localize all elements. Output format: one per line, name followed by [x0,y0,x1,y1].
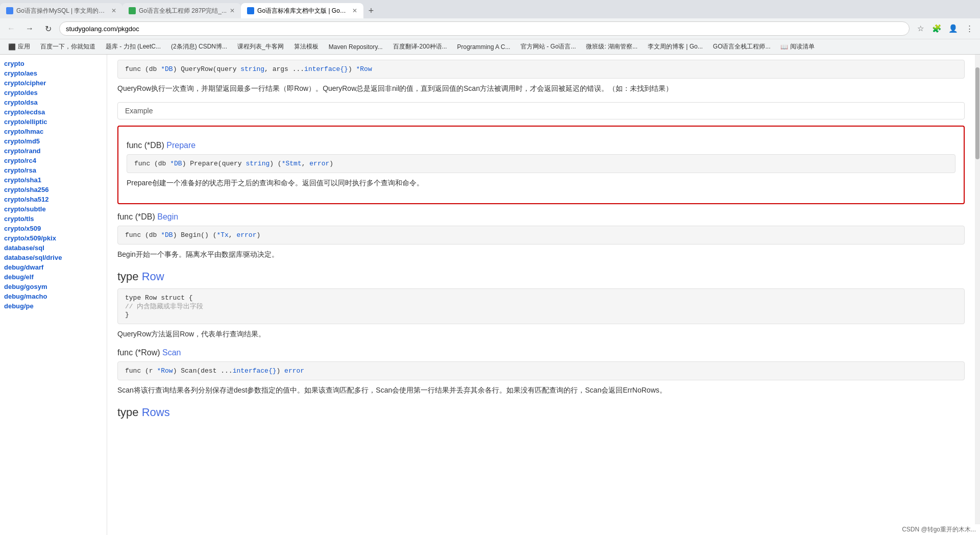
sidebar-item-database-sql[interactable]: database/sql [0,243,107,253]
queryrow-sig-block: func (db *DB) QueryRow(query string, arg… [117,60,965,79]
bookmark-niuke[interactable]: 课程列表_牛客网 [233,41,288,53]
sidebar-item-crypto-elliptic[interactable]: crypto/elliptic [0,117,107,127]
address-bar-row: ← → ↻ ☆ 🧩 👤 ⋮ [0,18,980,39]
row-type-line1: type Row struct { [125,294,957,302]
row-type-line2: // 内含隐藏或非导出字段 [125,302,957,311]
profile-button[interactable]: 👤 [946,22,960,35]
content-area[interactable]: func (db *DB) QueryRow(query string, arg… [107,55,975,535]
scan-desc: Scan将该行查询结果各列分别保存进dest参数指定的值中。如果该查询匹配多行，… [117,384,965,396]
prepare-func-prefix: func (*DB) [127,141,166,150]
refresh-button[interactable]: ↻ [41,21,55,36]
tab-2-favicon [129,7,136,14]
rows-type-section: type Rows [117,406,965,419]
sidebar-item-debug-dwarf[interactable]: debug/dwarf [0,262,107,272]
sidebar-item-crypto-rc4[interactable]: crypto/rc4 [0,156,107,165]
row-type-line3: } [125,311,957,319]
tab-1-close[interactable]: ✕ [111,7,116,14]
example-label: Example [125,107,153,115]
sidebar-item-debug-elf[interactable]: debug/elf [0,272,107,282]
bookmark-wbj[interactable]: 微班级: 湖南管察... [582,41,642,53]
example-box: Example [117,102,965,119]
row-type-desc: QueryRow方法返回Row，代表单行查询结果。 [117,328,965,339]
tab-bar: Go语言操作MySQL | 李文周的博... ✕ Go语言全栈工程师 287P完… [0,0,980,18]
sidebar-item-debug-pe[interactable]: debug/pe [0,301,107,311]
tab-1-title: Go语言操作MySQL | 李文周的博... [16,7,108,15]
begin-section: func (*DB) Begin func (db *DB) Begin() (… [117,212,965,260]
queryrow-sig-text: func (db *DB) QueryRow(query string, arg… [125,65,372,73]
right-scrollbar[interactable] [975,55,980,535]
bookmark-maven[interactable]: Maven Repository... [325,42,387,52]
bookmark-translate-label: 百度翻译-200种语... [393,42,447,51]
sidebar-item-crypto-sha1[interactable]: crypto/sha1 [0,175,107,185]
scan-func-header: func (*Row) Scan [117,348,965,357]
address-input[interactable] [59,21,910,36]
prepare-section: func (*DB) Prepare func (db *DB) Prepare… [117,126,965,204]
bookmark-bar: ⬛ 应用 百度一下，你就知道 题库 - 力扣 (LeetC... (2条消息) … [0,39,980,54]
tab-3[interactable]: Go语言标准库文档中文版 | Go语... ✕ [241,3,363,18]
bottom-bar-text: CSDN @转go重开的木木... [902,526,976,533]
sidebar-item-crypto[interactable]: crypto [0,59,107,68]
queryrow-section: func (db *DB) QueryRow(query string, arg… [117,60,965,119]
bookmark-readlist[interactable]: 📖 阅读清单 [776,41,819,53]
prepare-func-name: Prepare [166,141,195,150]
sidebar-item-crypto-aes[interactable]: crypto/aes [0,68,107,78]
bookmark-lwz[interactable]: 李文周的博客 | Go... [644,41,707,53]
bookmark-apps-label: 应用 [18,42,30,51]
sidebar-item-crypto-cipher[interactable]: crypto/cipher [0,78,107,88]
sidebar-item-crypto-x509[interactable]: crypto/x509 [0,224,107,233]
bookmark-csdn[interactable]: (2条消息) CSDN博... [167,41,231,53]
bookmark-apps-icon: ⬛ [8,43,16,51]
sidebar-item-crypto-dsa[interactable]: crypto/dsa [0,98,107,107]
sidebar[interactable]: crypto crypto/aes crypto/cipher crypto/d… [0,55,107,535]
bottom-bar: CSDN @转go重开的木木... [898,524,980,535]
bookmark-leetcode[interactable]: 题库 - 力扣 (LeetC... [102,41,165,53]
prepare-sig-block: func (db *DB) Prepare(query string) (*St… [127,154,955,173]
tab-1-favicon [6,7,13,14]
row-type-name: Row [142,270,164,283]
bookmark-star-button[interactable]: ☆ [914,22,927,35]
sidebar-item-crypto-rand[interactable]: crypto/rand [0,146,107,156]
sidebar-item-debug-gosym[interactable]: debug/gosym [0,282,107,291]
sidebar-item-crypto-x509-pkix[interactable]: crypto/x509/pkix [0,233,107,243]
sidebar-item-crypto-ecdsa[interactable]: crypto/ecdsa [0,107,107,117]
sidebar-item-database-sql-drive[interactable]: database/sql/drive [0,253,107,262]
menu-button[interactable]: ⋮ [963,22,976,35]
sidebar-item-crypto-rsa[interactable]: crypto/rsa [0,165,107,175]
sidebar-item-debug-macho[interactable]: debug/macho [0,291,107,301]
sidebar-item-crypto-md5[interactable]: crypto/md5 [0,136,107,146]
row-type-prefix: type [117,270,142,283]
bookmark-gofull[interactable]: GO语言全栈工程师... [709,41,775,53]
queryrow-desc: QueryRow执行一次查询，并期望返回最多一行结果（即Row）。QueryRo… [117,83,965,94]
forward-button[interactable]: → [22,21,37,36]
begin-func-header: func (*DB) Begin [117,212,965,222]
sidebar-item-crypto-sha512[interactable]: crypto/sha512 [0,194,107,204]
bookmark-programming[interactable]: Programming A C... [453,42,514,52]
tab-3-title: Go语言标准库文档中文版 | Go语... [257,7,349,15]
bookmark-apps[interactable]: ⬛ 应用 [4,41,34,53]
rows-type-prefix: type [117,406,142,419]
tab-3-close[interactable]: ✕ [352,7,357,14]
sidebar-item-crypto-tls[interactable]: crypto/tls [0,214,107,224]
bookmark-translate[interactable]: 百度翻译-200种语... [389,41,451,53]
extension-puzzle-button[interactable]: 🧩 [930,22,943,35]
sidebar-item-crypto-hmac[interactable]: crypto/hmac [0,127,107,136]
sidebar-item-crypto-des[interactable]: crypto/des [0,88,107,98]
bookmark-baidu-label: 百度一下，你就知道 [40,42,95,51]
begin-desc: Begin开始一个事务。隔离水平由数据库驱动决定。 [117,249,965,260]
bookmark-algo[interactable]: 算法模板 [290,41,323,53]
new-tab-button[interactable]: + [363,3,379,18]
row-type-section: type Row type Row struct { // 内含隐藏或非导出字段… [117,270,965,339]
back-button[interactable]: ← [4,21,18,36]
sidebar-item-crypto-subtle[interactable]: crypto/subtle [0,204,107,214]
sidebar-item-crypto-sha256[interactable]: crypto/sha256 [0,185,107,194]
tab-2-close[interactable]: ✕ [230,7,235,14]
bookmark-goofficial[interactable]: 官方网站 - Go语言... [517,41,580,53]
tab-1[interactable]: Go语言操作MySQL | 李文周的博... ✕ [0,3,122,18]
tab-2[interactable]: Go语言全栈工程师 287P完结_... ✕ [122,3,241,18]
begin-func-name: Begin [157,212,178,221]
bookmark-niuke-label: 课程列表_牛客网 [237,42,284,51]
bookmark-wbj-label: 微班级: 湖南管察... [586,42,638,51]
right-scrollbar-thumb[interactable] [975,67,979,159]
scan-sig-text: func (r *Row) Scan(dest ...interface{}) … [125,367,304,375]
bookmark-baidu[interactable]: 百度一下，你就知道 [36,41,100,53]
